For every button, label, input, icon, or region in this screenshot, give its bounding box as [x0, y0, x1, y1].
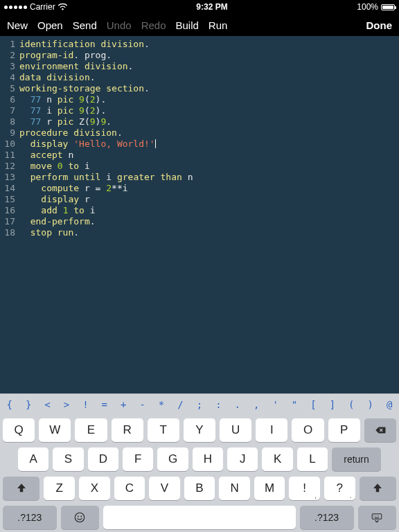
key-g[interactable]: G — [157, 447, 188, 471]
symbol-key[interactable]: * — [152, 399, 170, 410]
key-q[interactable]: Q — [3, 418, 35, 442]
symbol-key[interactable]: ] — [323, 399, 342, 410]
symbol-key[interactable]: - — [133, 399, 152, 410]
wifi-icon — [58, 3, 67, 10]
key-h[interactable]: H — [193, 447, 223, 471]
code-editor[interactable]: 123456789101112131415161718 identificati… — [0, 36, 399, 393]
key-e[interactable]: E — [75, 418, 107, 442]
key-j[interactable]: J — [227, 447, 258, 471]
key-u[interactable]: U — [220, 418, 251, 442]
key-s[interactable]: S — [53, 447, 83, 471]
symbol-key[interactable]: : — [209, 399, 228, 410]
key-n[interactable]: N — [219, 477, 250, 500]
toolbar: New Open Send Undo Redo Build Run Done — [0, 14, 399, 36]
key-v[interactable]: V — [149, 477, 180, 500]
key-z[interactable]: Z — [44, 477, 75, 500]
key-m[interactable]: M — [254, 477, 285, 500]
build-button[interactable]: Build — [175, 19, 198, 31]
code-area[interactable]: identification division.program-id. prog… — [19, 39, 399, 393]
key-x[interactable]: X — [79, 477, 110, 500]
symbol-key[interactable]: > — [57, 399, 76, 410]
battery-percent: 100% — [357, 2, 378, 12]
shift-key[interactable] — [3, 477, 39, 500]
symbol-key[interactable]: ; — [190, 399, 209, 410]
open-button[interactable]: Open — [37, 19, 63, 31]
symbol-key[interactable]: ' — [266, 399, 285, 410]
symbol-key[interactable]: ) — [361, 399, 380, 410]
carrier-label: Carrier — [30, 2, 55, 12]
space-key[interactable] — [103, 506, 296, 529]
clock: 9:32 PM — [67, 2, 357, 12]
symbol-key[interactable]: @ — [380, 399, 398, 410]
svg-point-1 — [78, 516, 79, 517]
redo-button[interactable]: Redo — [141, 19, 166, 31]
symbol-key[interactable]: ! — [76, 399, 95, 410]
symbol-key[interactable]: + — [114, 399, 133, 410]
key-b[interactable]: B — [184, 477, 215, 500]
run-button[interactable]: Run — [209, 19, 228, 31]
key-f[interactable]: F — [123, 447, 153, 471]
svg-point-2 — [81, 516, 82, 517]
shift-key-right[interactable] — [360, 477, 396, 500]
symbol-key[interactable]: ( — [342, 399, 361, 410]
battery-icon — [381, 4, 395, 10]
key-p[interactable]: P — [328, 418, 360, 442]
symbol-key[interactable]: / — [171, 399, 190, 410]
symbol-key[interactable]: . — [228, 399, 247, 410]
key-punct[interactable]: !, — [289, 477, 320, 500]
symbol-key[interactable]: " — [285, 399, 303, 410]
backspace-key[interactable] — [364, 418, 396, 442]
key-c[interactable]: C — [114, 477, 145, 500]
new-button[interactable]: New — [7, 19, 28, 31]
key-d[interactable]: D — [88, 447, 118, 471]
key-k[interactable]: K — [262, 447, 292, 471]
symbol-key[interactable]: < — [38, 399, 57, 410]
key-row-4: .?123 .?123 — [3, 506, 396, 529]
symbol-key[interactable]: [ — [304, 399, 323, 410]
key-punct[interactable]: ?. — [324, 477, 355, 500]
done-button[interactable]: Done — [366, 19, 393, 31]
key-r[interactable]: R — [112, 418, 143, 442]
emoji-key[interactable] — [61, 506, 100, 529]
key-l[interactable]: L — [297, 447, 328, 471]
key-t[interactable]: T — [148, 418, 179, 442]
key-w[interactable]: W — [39, 418, 71, 442]
svg-point-0 — [76, 513, 85, 522]
symbol-key[interactable]: { — [0, 399, 19, 410]
status-bar: Carrier 9:32 PM 100% — [0, 0, 399, 14]
numbers-key-right[interactable]: .?123 — [300, 506, 354, 529]
gutter: 123456789101112131415161718 — [0, 39, 19, 393]
undo-button[interactable]: Undo — [107, 19, 132, 31]
key-row-1: QWERTYUIOP — [3, 418, 396, 442]
numbers-key-left[interactable]: .?123 — [3, 506, 57, 529]
send-button[interactable]: Send — [73, 19, 97, 31]
symbol-key[interactable]: = — [95, 399, 114, 410]
key-y[interactable]: Y — [184, 418, 215, 442]
symbol-key[interactable]: , — [247, 399, 265, 410]
hide-keyboard-key[interactable] — [358, 506, 397, 529]
symbol-key[interactable]: } — [19, 399, 37, 410]
keyboard: QWERTYUIOP ASDFGHJKLreturn ZXCVBNM!,?. .… — [0, 414, 399, 532]
symbol-row: {}<>!=+-*/;:.,'"[]()@ — [0, 393, 399, 414]
key-i[interactable]: I — [256, 418, 287, 442]
key-a[interactable]: A — [18, 447, 48, 471]
key-row-3: ZXCVBNM!,?. — [3, 477, 396, 500]
key-o[interactable]: O — [292, 418, 323, 442]
signal-icon — [4, 6, 27, 9]
return-key[interactable]: return — [332, 447, 381, 471]
key-row-2: ASDFGHJKLreturn — [3, 447, 396, 471]
